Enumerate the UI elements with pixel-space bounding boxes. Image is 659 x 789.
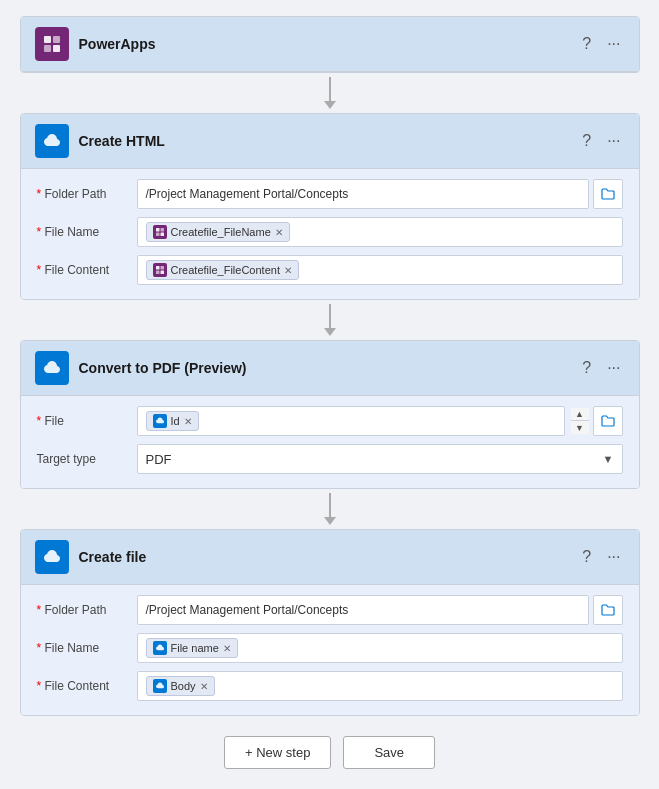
arrow-head-2 bbox=[324, 328, 336, 336]
svg-rect-0 bbox=[44, 36, 51, 43]
create-file-more-button[interactable]: ··· bbox=[603, 546, 624, 568]
svg-rect-5 bbox=[160, 228, 164, 232]
svg-rect-2 bbox=[44, 45, 51, 52]
convert-pdf-file-wrapper: Id ✕ ▲ ▼ bbox=[137, 406, 623, 436]
svg-rect-4 bbox=[156, 228, 160, 232]
create-html-folder-label: * Folder Path bbox=[37, 187, 137, 201]
new-step-button[interactable]: + New step bbox=[224, 736, 331, 769]
create-file-filecontent-input[interactable]: Body ✕ bbox=[137, 671, 623, 701]
convert-pdf-targettype-label: Target type bbox=[37, 452, 137, 466]
convert-pdf-card: Convert to PDF (Preview) ? ··· * File Id bbox=[20, 340, 640, 489]
convert-pdf-file-input[interactable]: Id ✕ bbox=[137, 406, 565, 436]
create-html-card: Create HTML ? ··· * Folder Path /Project… bbox=[20, 113, 640, 300]
create-html-filename-token-remove[interactable]: ✕ bbox=[275, 227, 283, 238]
svg-rect-1 bbox=[53, 36, 60, 43]
convert-pdf-targettype-value: PDF bbox=[146, 452, 172, 467]
create-html-filecontent-token-remove[interactable]: ✕ bbox=[284, 265, 292, 276]
create-file-title: Create file bbox=[79, 549, 579, 565]
create-html-folder-path-row: * Folder Path /Project Management Portal… bbox=[37, 179, 623, 209]
create-file-filecontent-token-label: Body bbox=[171, 680, 196, 692]
svg-rect-7 bbox=[160, 233, 164, 237]
convert-pdf-file-row: * File Id ✕ ▲ ▼ bbox=[37, 406, 623, 436]
convert-pdf-title: Convert to PDF (Preview) bbox=[79, 360, 579, 376]
create-html-folder-input[interactable]: /Project Management Portal/Concepts bbox=[137, 179, 589, 209]
create-file-folder-path-row: * Folder Path /Project Management Portal… bbox=[37, 595, 623, 625]
arrow-1 bbox=[324, 77, 336, 109]
convert-pdf-file-label: * File bbox=[37, 414, 137, 428]
convert-pdf-targettype-row: Target type PDF ▼ bbox=[37, 444, 623, 474]
convert-pdf-folder-browse[interactable] bbox=[593, 406, 623, 436]
create-file-filecontent-token-remove[interactable]: ✕ bbox=[200, 681, 208, 692]
convert-pdf-header: Convert to PDF (Preview) ? ··· bbox=[21, 341, 639, 396]
create-file-folder-value: /Project Management Portal/Concepts bbox=[146, 603, 349, 617]
create-file-filecontent-label: * File Content bbox=[37, 679, 137, 693]
create-file-folder-wrapper: /Project Management Portal/Concepts bbox=[137, 595, 623, 625]
bottom-actions: + New step Save bbox=[224, 736, 435, 769]
create-html-filecontent-token-label: Createfile_FileContent bbox=[171, 264, 280, 276]
create-html-help-button[interactable]: ? bbox=[578, 130, 595, 152]
svg-rect-8 bbox=[156, 266, 160, 270]
powerapps-more-button[interactable]: ··· bbox=[603, 33, 624, 55]
create-html-body: * Folder Path /Project Management Portal… bbox=[21, 169, 639, 299]
create-html-filecontent-token-icon bbox=[153, 263, 167, 277]
create-html-filename-row: * File Name Createfile_FileName ✕ bbox=[37, 217, 623, 247]
create-file-actions: ? ··· bbox=[578, 546, 624, 568]
create-file-header: Create file ? ··· bbox=[21, 530, 639, 585]
svg-rect-3 bbox=[53, 45, 60, 52]
powerapps-card: PowerApps ? ··· bbox=[20, 16, 640, 73]
convert-pdf-body: * File Id ✕ ▲ ▼ bbox=[21, 396, 639, 488]
create-html-folder-browse[interactable] bbox=[593, 179, 623, 209]
create-html-filecontent-row: * File Content Createfile_FileContent ✕ bbox=[37, 255, 623, 285]
create-file-folder-input[interactable]: /Project Management Portal/Concepts bbox=[137, 595, 589, 625]
create-html-folder-value: /Project Management Portal/Concepts bbox=[146, 187, 349, 201]
arrow-line-2 bbox=[329, 304, 331, 328]
svg-rect-9 bbox=[160, 266, 164, 270]
create-file-icon bbox=[35, 540, 69, 574]
powerapps-card-header: PowerApps ? ··· bbox=[21, 17, 639, 72]
create-html-actions: ? ··· bbox=[578, 130, 624, 152]
create-file-folder-browse[interactable] bbox=[593, 595, 623, 625]
arrow-line-3 bbox=[329, 493, 331, 517]
create-file-filecontent-token-icon bbox=[153, 679, 167, 693]
create-html-more-button[interactable]: ··· bbox=[603, 130, 624, 152]
arrow-3 bbox=[324, 493, 336, 525]
convert-pdf-spinner-down[interactable]: ▼ bbox=[571, 421, 589, 434]
create-html-filename-label: * File Name bbox=[37, 225, 137, 239]
convert-pdf-more-button[interactable]: ··· bbox=[603, 357, 624, 379]
powerapps-icon bbox=[35, 27, 69, 61]
create-html-filecontent-input[interactable]: Createfile_FileContent ✕ bbox=[137, 255, 623, 285]
convert-pdf-file-token-label: Id bbox=[171, 415, 180, 427]
convert-pdf-file-token-icon bbox=[153, 414, 167, 428]
svg-rect-6 bbox=[156, 233, 160, 237]
create-file-card: Create file ? ··· * Folder Path /Project… bbox=[20, 529, 640, 716]
create-file-help-button[interactable]: ? bbox=[578, 546, 595, 568]
powerapps-help-button[interactable]: ? bbox=[578, 33, 595, 55]
create-file-filename-token-icon bbox=[153, 641, 167, 655]
convert-pdf-targettype-dropdown[interactable]: PDF ▼ bbox=[137, 444, 623, 474]
create-file-filecontent-token: Body ✕ bbox=[146, 676, 215, 696]
create-file-filename-token-remove[interactable]: ✕ bbox=[223, 643, 231, 654]
create-file-filename-token: File name ✕ bbox=[146, 638, 238, 658]
convert-pdf-file-token: Id ✕ bbox=[146, 411, 199, 431]
create-html-filecontent-token: Createfile_FileContent ✕ bbox=[146, 260, 299, 280]
arrow-2 bbox=[324, 304, 336, 336]
create-file-filename-token-label: File name bbox=[171, 642, 219, 654]
convert-pdf-spinner: ▲ ▼ bbox=[571, 408, 589, 434]
create-file-filecontent-row: * File Content Body ✕ bbox=[37, 671, 623, 701]
save-button[interactable]: Save bbox=[343, 736, 435, 769]
svg-rect-10 bbox=[156, 271, 160, 275]
convert-pdf-file-token-remove[interactable]: ✕ bbox=[184, 416, 192, 427]
powerapps-actions: ? ··· bbox=[578, 33, 624, 55]
create-html-filename-token-label: Createfile_FileName bbox=[171, 226, 271, 238]
create-html-filecontent-label: * File Content bbox=[37, 263, 137, 277]
convert-pdf-help-button[interactable]: ? bbox=[578, 357, 595, 379]
create-html-icon bbox=[35, 124, 69, 158]
create-html-filename-input[interactable]: Createfile_FileName ✕ bbox=[137, 217, 623, 247]
create-file-body: * Folder Path /Project Management Portal… bbox=[21, 585, 639, 715]
arrow-head-3 bbox=[324, 517, 336, 525]
create-file-filename-input[interactable]: File name ✕ bbox=[137, 633, 623, 663]
create-html-folder-wrapper: /Project Management Portal/Concepts bbox=[137, 179, 623, 209]
convert-pdf-spinner-up[interactable]: ▲ bbox=[571, 408, 589, 421]
chevron-down-icon: ▼ bbox=[603, 453, 614, 465]
arrow-line-1 bbox=[329, 77, 331, 101]
